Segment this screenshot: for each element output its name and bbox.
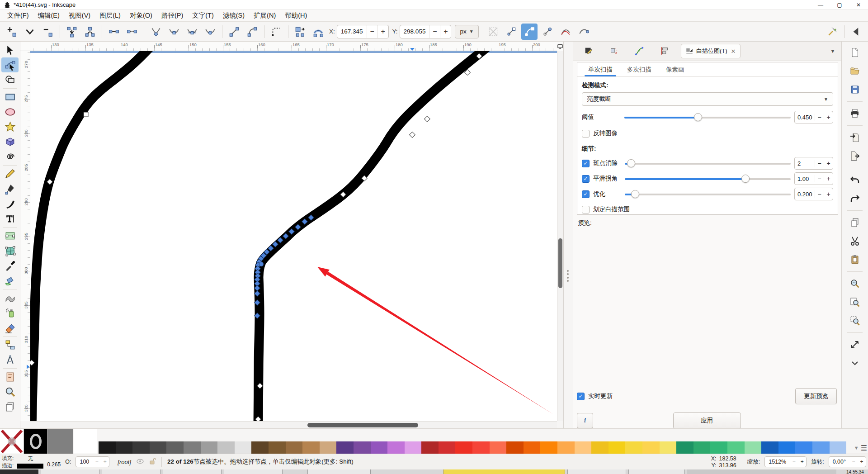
close-button[interactable]: ✕ [849,0,868,10]
palette-swatch[interactable] [557,441,575,454]
zoom-spinbox[interactable]: 1512% − + [764,456,807,467]
tool-spray[interactable] [1,305,19,320]
maximize-button[interactable]: ▢ [830,0,849,10]
palette-swatch[interactable] [354,441,371,454]
palette-swatch[interactable] [116,441,133,454]
tool-calligraphy[interactable] [1,196,19,211]
tool-pages[interactable] [1,399,19,414]
edit-masks-toggle[interactable] [539,24,556,40]
export-button[interactable] [846,148,864,164]
palette-swatch[interactable] [812,441,830,454]
edit-clipping-paths-toggle[interactable] [503,24,519,40]
dock-menu-chevron[interactable]: ▼ [826,46,839,56]
vertical-scrollbar[interactable] [557,51,563,421]
palette-swatch[interactable] [660,441,677,454]
y-coordinate-input[interactable]: 298.055 [400,28,429,35]
zoom-drawing-button[interactable] [846,275,864,292]
tool-text[interactable] [1,211,19,226]
x-decrement-button[interactable]: − [367,25,377,38]
palette-swatch[interactable] [132,441,150,454]
opacity-decrement[interactable]: − [93,459,101,465]
tool-selector[interactable] [1,43,19,57]
palette-swatch[interactable] [336,441,354,454]
palette-swatch[interactable] [472,441,490,454]
palette-swatch[interactable] [166,441,184,454]
tool-mesh-gradient[interactable] [1,243,19,258]
threshold-decrement[interactable]: − [815,114,824,121]
insert-node-options-button[interactable] [22,24,38,40]
horizontal-scrollbar-thumb[interactable] [307,423,418,427]
redo-button[interactable] [846,190,864,207]
rotation-decrement[interactable]: − [849,459,858,465]
smooth-corners-checkbox[interactable]: ✓ [582,175,590,183]
palette-swatch[interactable] [490,441,507,454]
snap-bar-collapse-arrow[interactable] [848,24,864,40]
smooth-decrement[interactable]: − [815,175,824,182]
speckles-checkbox[interactable]: ✓ [582,160,590,167]
object-to-path-button[interactable] [292,24,308,40]
insert-node-button[interactable] [4,24,20,40]
tool-pencil[interactable] [1,166,19,181]
node-smooth-button[interactable] [166,24,182,40]
live-update-checkbox[interactable]: ✓ [577,393,585,400]
menu-item-edit[interactable]: 编辑(E) [33,10,64,21]
palette-swatch[interactable] [676,441,693,454]
tool-tweak[interactable] [1,290,19,305]
palette-swatch[interactable] [745,441,762,454]
palette-swatch[interactable] [540,441,557,454]
stroke-color-swatch[interactable] [24,429,47,454]
canvas[interactable] [30,51,557,421]
horizontal-scrollbar[interactable] [30,421,557,428]
palette-swatch[interactable] [251,441,269,454]
palette-swatch[interactable] [217,441,235,454]
tool-zoom[interactable] [1,384,19,399]
smooth-corners-slider[interactable] [625,175,791,183]
show-path-outline-toggle[interactable] [557,24,574,40]
opacity-increment[interactable]: + [101,459,109,465]
dock-resize-gutter[interactable] [563,42,573,428]
layer-indicator[interactable]: [root] [118,459,131,465]
palette-swatch[interactable] [371,441,388,454]
menu-item-path[interactable]: 路径(P) [157,10,188,21]
palette-swatch[interactable] [693,441,711,454]
palette-menu-button[interactable]: ☰ [861,444,867,452]
palette-swatch[interactable] [830,441,847,454]
palette-swatch[interactable] [235,441,252,454]
more-commands-button[interactable] [846,355,864,371]
tool-shape-builder[interactable] [1,72,19,87]
update-preview-button[interactable]: 更新预览 [795,388,837,404]
save-document-button[interactable] [846,81,864,98]
palette-swatch[interactable] [795,441,812,454]
layer-visibility-toggle[interactable] [137,458,144,466]
invert-image-checkbox[interactable] [582,130,590,137]
minimize-button[interactable]: — [811,0,830,10]
horizontal-ruler[interactable]: 1301351401451501551601651701751801851901… [30,42,557,51]
vertical-scrollbar-thumb[interactable] [558,238,562,288]
break-nodes-button[interactable] [82,24,98,40]
tool-bezier-pen[interactable] [1,181,19,196]
speckles-increment[interactable]: + [824,160,833,167]
palette-swatch[interactable] [387,441,405,454]
vertical-ruler[interactable]: 270275280285290295300305310315320 [20,51,30,421]
tool-rectangle[interactable] [1,90,19,104]
palette-swatch[interactable] [286,441,303,454]
zoom-selection-button[interactable] [846,313,864,329]
detection-mode-select[interactable]: 亮度截断 ▼ [582,92,833,106]
dock-tab-transform[interactable] [601,43,627,59]
palette-swatch[interactable] [524,441,541,454]
tool-box-3d[interactable] [1,134,19,149]
optimize-checkbox[interactable]: ✓ [582,190,590,198]
y-decrement-button[interactable]: − [429,25,440,38]
join-with-segment-button[interactable] [106,24,122,40]
menu-item-help[interactable]: 帮助(H) [280,10,311,21]
tool-dropper[interactable] [1,258,19,273]
scan-tab-2[interactable]: 像素画 [660,62,691,76]
delete-node-button[interactable] [40,24,56,40]
menu-item-layer[interactable]: 图层(L) [95,10,125,21]
trace-area-checkbox[interactable] [582,206,590,213]
optimize-spinbox[interactable]: 0.200 −+ [794,188,833,200]
tool-node-editor[interactable] [1,57,19,72]
optimize-slider[interactable] [625,190,791,198]
palette-swatch[interactable] [99,441,116,454]
tool-spiral[interactable] [1,149,19,164]
